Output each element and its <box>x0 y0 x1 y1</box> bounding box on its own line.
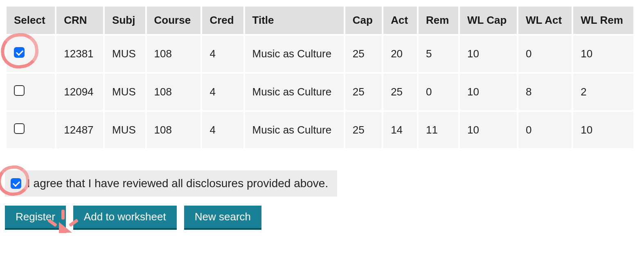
register-button[interactable]: Register <box>5 206 66 228</box>
rem-cell: 0 <box>419 74 458 110</box>
wlcap-cell: 10 <box>460 74 517 110</box>
wlact-cell: 0 <box>518 112 572 148</box>
cred-cell: 4 <box>202 36 243 72</box>
row-select-checkbox[interactable] <box>14 85 25 96</box>
col-act: Act <box>383 7 417 34</box>
col-title: Title <box>245 7 344 34</box>
crn-cell: 12094 <box>56 74 103 110</box>
crn-cell: 12381 <box>56 36 103 72</box>
course-cell: 108 <box>147 112 201 148</box>
subj-cell: MUS <box>105 36 145 72</box>
col-wlact: WL Act <box>518 7 572 34</box>
agree-text: I agree that I have reviewed all disclos… <box>27 177 328 190</box>
row-select-checkbox[interactable] <box>14 123 25 134</box>
crn-cell: 12487 <box>56 112 103 148</box>
wlact-cell: 8 <box>518 74 572 110</box>
table-row: 12487MUS1084Music as Culture25141110010 <box>7 112 633 148</box>
title-cell: Music as Culture <box>245 36 344 72</box>
col-cap: Cap <box>345 7 382 34</box>
cap-cell: 25 <box>345 36 382 72</box>
col-subj: Subj <box>105 7 145 34</box>
agree-checkbox[interactable] <box>11 178 21 189</box>
table-header-row: Select CRN Subj Course Cred Title Cap Ac… <box>7 7 633 34</box>
wlcap-cell: 10 <box>460 112 517 148</box>
rem-cell: 5 <box>419 36 458 72</box>
new-search-button[interactable]: New search <box>184 206 261 228</box>
course-sections-table: Select CRN Subj Course Cred Title Cap Ac… <box>5 5 635 150</box>
table-row: 12381MUS1084Music as Culture2520510010 <box>7 36 633 72</box>
wlrem-cell: 10 <box>573 36 633 72</box>
rem-cell: 11 <box>419 112 458 148</box>
action-button-row: Register Add to worksheet New search <box>5 206 639 228</box>
subj-cell: MUS <box>105 74 145 110</box>
col-wlcap: WL Cap <box>460 7 517 34</box>
col-crn: CRN <box>56 7 103 34</box>
col-course: Course <box>147 7 201 34</box>
course-cell: 108 <box>147 74 201 110</box>
act-cell: 20 <box>383 36 417 72</box>
select-cell <box>7 36 55 72</box>
title-cell: Music as Culture <box>245 112 344 148</box>
subj-cell: MUS <box>105 112 145 148</box>
cap-cell: 25 <box>345 112 382 148</box>
select-cell <box>7 74 55 110</box>
select-cell <box>7 112 55 148</box>
wlcap-cell: 10 <box>460 36 517 72</box>
title-cell: Music as Culture <box>245 74 344 110</box>
act-cell: 14 <box>383 112 417 148</box>
cred-cell: 4 <box>202 74 243 110</box>
table-row: 12094MUS1084Music as Culture252501082 <box>7 74 633 110</box>
col-cred: Cred <box>202 7 243 34</box>
disclosure-agree-row: I agree that I have reviewed all disclos… <box>5 170 337 197</box>
act-cell: 25 <box>383 74 417 110</box>
course-cell: 108 <box>147 36 201 72</box>
row-select-checkbox[interactable] <box>14 47 25 58</box>
add-to-worksheet-button[interactable]: Add to worksheet <box>73 206 177 228</box>
col-select: Select <box>7 7 55 34</box>
wlrem-cell: 2 <box>573 74 633 110</box>
wlact-cell: 0 <box>518 36 572 72</box>
wlrem-cell: 10 <box>573 112 633 148</box>
col-rem: Rem <box>419 7 458 34</box>
col-wlrem: WL Rem <box>573 7 633 34</box>
cred-cell: 4 <box>202 112 243 148</box>
cap-cell: 25 <box>345 74 382 110</box>
